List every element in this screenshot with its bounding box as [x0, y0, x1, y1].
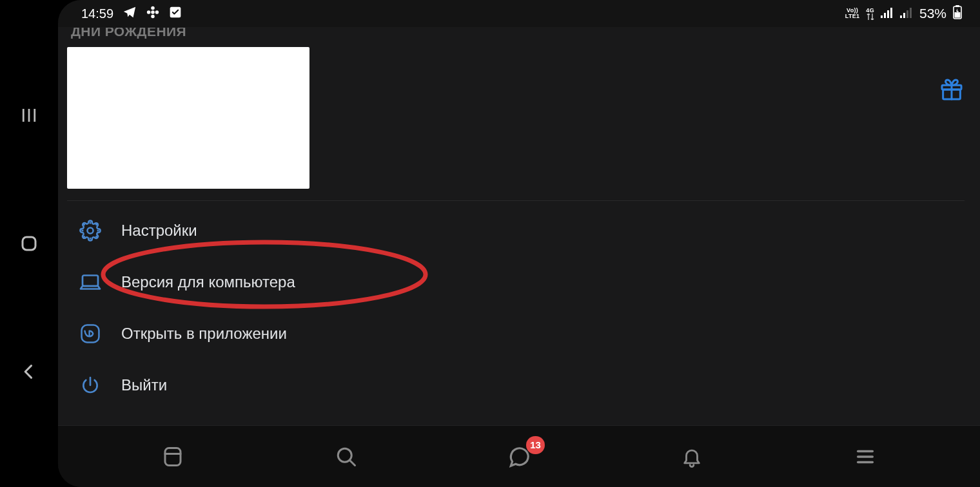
svg-rect-15 [903, 13, 905, 18]
signal-icon-2 [900, 6, 913, 21]
menu-item-open-in-app[interactable]: Открыть в приложении [67, 308, 965, 359]
svg-rect-3 [23, 237, 35, 250]
svg-rect-10 [881, 15, 883, 18]
menu-label: Настройки [121, 222, 197, 240]
svg-rect-16 [906, 10, 908, 18]
menu-item-desktop-version[interactable]: Версия для компьютера [67, 256, 965, 308]
messages-badge: 13 [526, 436, 545, 454]
laptop-icon [79, 271, 102, 294]
nav-messages-button[interactable]: 13 [502, 440, 536, 473]
content-area: ДНИ РОЖДЕНИЯ Настройки [58, 27, 980, 425]
svg-rect-13 [890, 8, 892, 18]
menu: Настройки Версия для компьютера Открыть … [67, 201, 965, 411]
svg-point-4 [151, 10, 155, 14]
svg-rect-19 [956, 5, 959, 7]
svg-rect-25 [83, 276, 98, 287]
power-icon [79, 374, 102, 397]
menu-label: Версия для компьютера [121, 273, 295, 291]
svg-point-24 [87, 227, 93, 233]
check-icon [169, 6, 182, 22]
section-header-birthdays: ДНИ РОЖДЕНИЯ [71, 27, 965, 39]
svg-rect-26 [82, 325, 99, 343]
nav-feed-button[interactable] [156, 440, 190, 473]
svg-point-7 [147, 10, 151, 14]
nav-search-button[interactable] [329, 440, 363, 473]
menu-label: Выйти [121, 376, 167, 394]
svg-rect-17 [910, 8, 912, 18]
status-bar: 14:59 Vo)) LTE1 4G [58, 0, 980, 27]
status-time: 14:59 [81, 6, 113, 21]
app-surface: 14:59 Vo)) LTE1 4G [58, 0, 980, 487]
flower-icon [146, 5, 160, 23]
nav-menu-button[interactable] [848, 440, 882, 473]
svg-line-31 [349, 460, 355, 465]
svg-point-5 [151, 6, 155, 10]
svg-rect-12 [887, 10, 889, 18]
system-back-button[interactable] [16, 359, 42, 385]
gift-button[interactable] [939, 77, 965, 105]
android-system-nav [0, 0, 58, 487]
svg-point-8 [155, 10, 159, 14]
menu-item-settings[interactable]: Настройки [67, 205, 965, 256]
menu-label: Открыть в приложении [121, 325, 287, 343]
telegram-icon [122, 5, 137, 23]
nav-notifications-button[interactable] [675, 440, 709, 473]
status-4g: 4G [866, 8, 874, 20]
bottom-nav: 13 [58, 425, 980, 487]
system-recents-button[interactable] [16, 102, 42, 128]
status-volte: Vo)) LTE1 [845, 8, 860, 19]
system-home-button[interactable] [16, 231, 42, 256]
svg-rect-11 [884, 13, 886, 18]
battery-charging-icon [953, 5, 962, 23]
birthday-user-card[interactable] [67, 47, 309, 189]
menu-item-logout[interactable]: Выйти [67, 359, 965, 411]
svg-rect-28 [165, 448, 181, 465]
gear-icon [79, 219, 102, 242]
svg-rect-14 [900, 15, 902, 18]
battery-percent: 53% [919, 6, 946, 21]
signal-icon [881, 6, 894, 21]
vk-icon [79, 322, 102, 345]
birthday-row [67, 47, 965, 201]
svg-point-6 [151, 14, 155, 17]
